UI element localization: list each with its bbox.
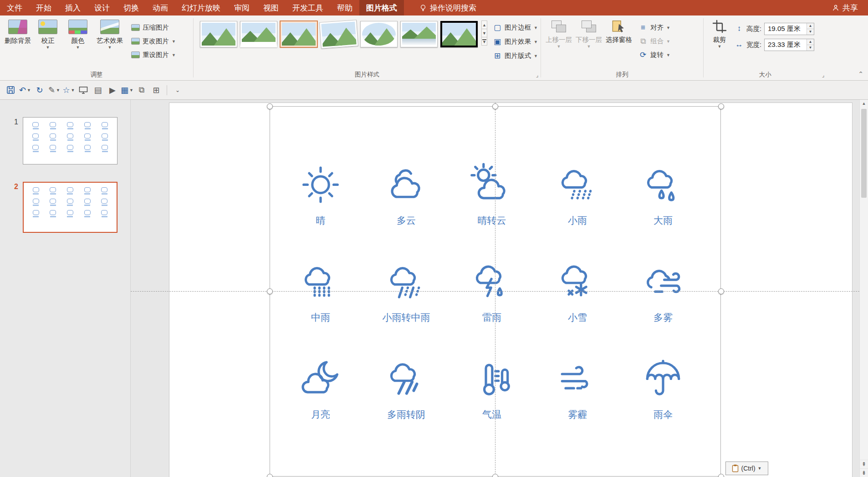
edit-page-button[interactable]: ▤ xyxy=(91,83,105,97)
compress-pictures-button[interactable]: 压缩图片 xyxy=(131,22,176,33)
rotate-label: 旋转 xyxy=(650,51,664,59)
chevron-down-icon: ▼ xyxy=(534,40,538,44)
width-spinner[interactable]: ▲▼ xyxy=(807,39,814,51)
selection-handle-top-right[interactable] xyxy=(718,103,724,109)
selection-pane-button[interactable]: 选择窗格 xyxy=(604,17,634,44)
rotate-button[interactable]: ⟳ 旋转 ▼ xyxy=(638,49,670,61)
tab-review[interactable]: 审阅 xyxy=(227,0,256,15)
picture-icon: ▦ xyxy=(121,85,128,95)
picture-style-black-frame[interactable] xyxy=(440,21,478,47)
picture-style-soft-oval[interactable] xyxy=(360,21,398,47)
group-objects-button[interactable]: ⧉ 组合 ▼ xyxy=(638,36,670,47)
monitor-icon xyxy=(79,86,88,94)
selection-handle-bottom-center[interactable] xyxy=(492,474,498,477)
spin-up-icon[interactable]: ▲ xyxy=(807,39,814,45)
vertical-scrollbar[interactable]: ▲ ⇞ ⇟ xyxy=(859,100,868,477)
picture-border-button[interactable]: ▢ 图片边框 ▼ xyxy=(493,22,538,33)
selection-handle-bottom-left[interactable] xyxy=(267,474,273,477)
selection-handle-bottom-right[interactable] xyxy=(718,474,724,477)
main-area: 1 2 晴 多云 xyxy=(0,100,868,477)
corrections-label: 校正 xyxy=(41,36,55,45)
share-label: 共享 xyxy=(842,3,858,13)
gallery-scroll-up-button[interactable]: ▲ xyxy=(481,21,487,29)
tab-transitions[interactable]: 切换 xyxy=(117,0,146,15)
next-slide-button[interactable]: ⇟ xyxy=(860,468,868,477)
tab-slideshow[interactable]: 幻灯片放映 xyxy=(175,0,227,15)
change-picture-button[interactable]: 更改图片 ▼ xyxy=(131,36,176,47)
tab-home[interactable]: 开始 xyxy=(29,0,58,15)
save-button[interactable] xyxy=(4,83,17,97)
picture-style-selected[interactable] xyxy=(280,21,317,47)
selection-handle-top-left[interactable] xyxy=(267,103,273,109)
picture-effects-button[interactable]: ▣ 图片效果 ▼ xyxy=(493,36,538,47)
paste-options-button[interactable]: (Ctrl) ▼ xyxy=(725,462,768,475)
tab-picture-format[interactable]: 图片格式 xyxy=(359,0,404,15)
tab-help[interactable]: 帮助 xyxy=(330,0,359,15)
previous-slide-button[interactable]: ⇞ xyxy=(860,460,868,468)
scroll-up-icon[interactable]: ▲ xyxy=(860,100,868,108)
picture-layout-button[interactable]: ⊞ 图片版式 ▼ xyxy=(493,50,538,62)
align-button[interactable]: ≡ 对齐 ▼ xyxy=(638,22,670,33)
bring-forward-button[interactable]: 上移一层 ▼ xyxy=(544,17,574,49)
compress-pictures-label: 压缩图片 xyxy=(143,23,169,32)
slide-1-thumbnail[interactable] xyxy=(23,117,117,164)
chevron-down-icon: ▼ xyxy=(666,53,670,57)
picture-style-simple-frame[interactable] xyxy=(200,21,237,47)
picture-selection[interactable] xyxy=(270,106,721,477)
selection-handle-mid-right[interactable] xyxy=(718,288,724,294)
ribbon: 删除背景 校正 ▼ 颜色 ▼ 艺术效果 ▼ 压缩图片 xyxy=(0,15,868,81)
start-slideshow-button[interactable] xyxy=(77,83,90,97)
insert-picture-button[interactable]: ▦▼ xyxy=(120,83,134,97)
scrollbar-thumb[interactable] xyxy=(861,109,867,198)
selection-handle-top-center[interactable] xyxy=(492,103,498,109)
corrections-button[interactable]: 校正 ▼ xyxy=(33,17,63,50)
arrange-objects-button[interactable]: ⧉ xyxy=(135,83,148,97)
picture-style-gallery xyxy=(196,17,480,47)
collapse-ribbon-button[interactable]: ⌃ xyxy=(858,70,863,77)
crop-button[interactable]: 裁剪 ▼ xyxy=(706,17,733,49)
selection-pane-icon xyxy=(611,20,627,33)
selection-pane-label: 选择窗格 xyxy=(606,36,632,44)
gallery-more-button[interactable]: ▼ xyxy=(481,37,487,46)
change-picture-icon xyxy=(131,38,140,45)
gallery-scroll-down-button[interactable]: ▼ xyxy=(481,29,487,37)
chevron-down-icon: ▼ xyxy=(71,88,75,92)
align-label: 对齐 xyxy=(650,23,664,32)
remove-background-button[interactable]: 删除背景 xyxy=(3,17,33,45)
share-button[interactable]: 共享 xyxy=(822,0,868,15)
picture-style-rotated[interactable] xyxy=(319,20,358,49)
height-spinner[interactable]: ▲▼ xyxy=(807,23,814,35)
slide-thumbnail-panel[interactable]: 1 2 xyxy=(0,100,131,477)
slide-2-thumbnail[interactable] xyxy=(23,182,117,233)
tab-insert[interactable]: 插入 xyxy=(58,0,87,15)
undo-button[interactable]: ↶▼ xyxy=(18,83,32,97)
picture-styles-dialog-launcher[interactable]: ⌟ xyxy=(536,72,538,78)
picture-style-white-frame[interactable] xyxy=(240,21,277,47)
draw-shape-button[interactable]: ✎▼ xyxy=(47,83,61,97)
send-backward-button[interactable]: 下移一层 ▼ xyxy=(574,17,604,49)
adjust-group-label: 调整 xyxy=(0,71,193,79)
tab-animations[interactable]: 动画 xyxy=(146,0,175,15)
corrections-icon xyxy=(38,20,57,34)
reset-picture-button[interactable]: 重设图片 ▼ xyxy=(131,49,176,61)
picture-style-reflection[interactable] xyxy=(400,21,438,47)
spin-down-icon[interactable]: ▼ xyxy=(807,45,814,51)
selection-handle-mid-left[interactable] xyxy=(267,288,273,294)
tab-view[interactable]: 视图 xyxy=(256,0,286,15)
width-label: 宽度: xyxy=(746,41,761,49)
grid-settings-button[interactable]: ⊞ xyxy=(149,83,163,97)
spin-up-icon[interactable]: ▲ xyxy=(807,23,814,29)
favorites-button[interactable]: ☆▼ xyxy=(62,83,76,97)
color-button[interactable]: 颜色 ▼ xyxy=(63,17,93,50)
tab-file[interactable]: 文件 xyxy=(0,0,29,15)
tab-design[interactable]: 设计 xyxy=(87,0,117,15)
tell-me-search[interactable]: 操作说明搜索 xyxy=(413,0,483,15)
tab-developer[interactable]: 开发工具 xyxy=(286,0,330,15)
clipboard-icon xyxy=(732,464,739,472)
size-dialog-launcher[interactable]: ⌟ xyxy=(822,72,824,78)
slideshow-from-current-button[interactable]: ▶ xyxy=(106,83,119,97)
spin-down-icon[interactable]: ▼ xyxy=(807,29,814,35)
redo-button[interactable]: ↻ xyxy=(33,83,46,97)
customize-qat-button[interactable]: ⌄ xyxy=(171,83,184,97)
artistic-effects-button[interactable]: 艺术效果 ▼ xyxy=(93,17,127,50)
